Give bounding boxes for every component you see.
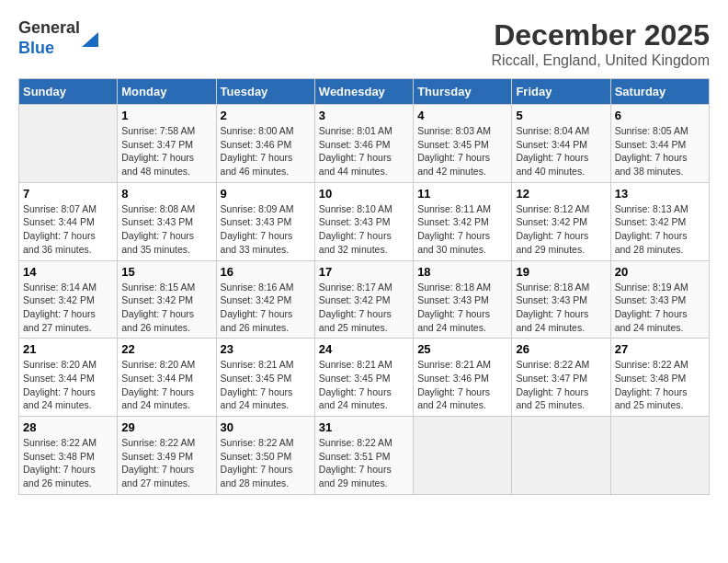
calendar-cell: 13Sunrise: 8:13 AMSunset: 3:42 PMDayligh… — [610, 182, 709, 260]
day-info: Sunrise: 8:11 AMSunset: 3:42 PMDaylight:… — [417, 202, 507, 257]
calendar-cell: 11Sunrise: 8:11 AMSunset: 3:42 PMDayligh… — [414, 182, 512, 260]
calendar-cell: 22Sunrise: 8:20 AMSunset: 3:44 PMDayligh… — [118, 339, 216, 417]
day-number: 19 — [516, 265, 606, 279]
calendar-cell: 9Sunrise: 8:09 AMSunset: 3:43 PMDaylight… — [216, 182, 314, 260]
day-info: Sunrise: 8:12 AMSunset: 3:42 PMDaylight:… — [516, 202, 606, 257]
calendar-cell: 28Sunrise: 8:22 AMSunset: 3:48 PMDayligh… — [19, 417, 118, 495]
day-number: 17 — [319, 265, 409, 279]
calendar-cell: 21Sunrise: 8:20 AMSunset: 3:44 PMDayligh… — [19, 339, 118, 417]
day-info: Sunrise: 8:00 AMSunset: 3:46 PMDaylight:… — [221, 124, 311, 178]
day-number: 15 — [121, 265, 211, 279]
day-number: 29 — [121, 420, 211, 434]
weekday-header: Wednesday — [314, 79, 413, 105]
weekday-header: Friday — [512, 79, 610, 105]
day-info: Sunrise: 8:20 AMSunset: 3:44 PMDaylight:… — [121, 358, 211, 412]
day-info: Sunrise: 8:19 AMSunset: 3:43 PMDaylight:… — [615, 281, 705, 335]
day-number: 18 — [417, 265, 507, 279]
day-number: 11 — [417, 187, 507, 201]
calendar-cell — [19, 105, 118, 183]
calendar-cell: 15Sunrise: 8:15 AMSunset: 3:42 PMDayligh… — [118, 260, 216, 339]
day-number: 28 — [23, 420, 113, 434]
day-number: 8 — [121, 187, 211, 201]
day-number: 16 — [221, 265, 311, 279]
calendar-cell: 7Sunrise: 8:07 AMSunset: 3:44 PMDaylight… — [19, 182, 118, 260]
day-number: 3 — [319, 109, 409, 122]
day-info: Sunrise: 8:22 AMSunset: 3:51 PMDaylight:… — [319, 436, 409, 490]
day-number: 2 — [221, 109, 311, 122]
day-info: Sunrise: 8:08 AMSunset: 3:43 PMDaylight:… — [121, 202, 211, 257]
day-number: 25 — [417, 342, 507, 356]
day-info: Sunrise: 8:22 AMSunset: 3:49 PMDaylight:… — [121, 436, 211, 490]
calendar-week-row: 21Sunrise: 8:20 AMSunset: 3:44 PMDayligh… — [19, 339, 710, 417]
day-info: Sunrise: 8:18 AMSunset: 3:43 PMDaylight:… — [516, 281, 606, 335]
calendar-cell: 14Sunrise: 8:14 AMSunset: 3:42 PMDayligh… — [19, 260, 118, 339]
day-info: Sunrise: 8:03 AMSunset: 3:45 PMDaylight:… — [417, 124, 507, 178]
calendar-cell: 12Sunrise: 8:12 AMSunset: 3:42 PMDayligh… — [512, 182, 610, 260]
calendar-cell: 23Sunrise: 8:21 AMSunset: 3:45 PMDayligh… — [216, 339, 314, 417]
day-info: Sunrise: 8:16 AMSunset: 3:42 PMDaylight:… — [221, 281, 311, 335]
logo-blue: Blue — [18, 39, 54, 57]
day-number: 30 — [221, 420, 311, 434]
calendar-cell: 31Sunrise: 8:22 AMSunset: 3:51 PMDayligh… — [314, 417, 413, 495]
day-number: 9 — [221, 187, 311, 201]
weekday-header: Tuesday — [216, 79, 314, 105]
calendar-cell: 29Sunrise: 8:22 AMSunset: 3:49 PMDayligh… — [118, 417, 216, 495]
calendar-cell: 3Sunrise: 8:01 AMSunset: 3:46 PMDaylight… — [314, 105, 413, 183]
calendar-cell: 24Sunrise: 8:21 AMSunset: 3:45 PMDayligh… — [314, 339, 413, 417]
calendar-cell: 27Sunrise: 8:22 AMSunset: 3:48 PMDayligh… — [610, 339, 709, 417]
day-info: Sunrise: 8:22 AMSunset: 3:50 PMDaylight:… — [221, 436, 311, 490]
calendar-cell: 5Sunrise: 8:04 AMSunset: 3:44 PMDaylight… — [512, 105, 610, 183]
day-info: Sunrise: 8:21 AMSunset: 3:45 PMDaylight:… — [319, 358, 409, 412]
calendar-table: SundayMondayTuesdayWednesdayThursdayFrid… — [18, 78, 710, 495]
day-info: Sunrise: 8:15 AMSunset: 3:42 PMDaylight:… — [121, 281, 211, 335]
day-info: Sunrise: 7:58 AMSunset: 3:47 PMDaylight:… — [121, 124, 211, 178]
calendar-cell: 16Sunrise: 8:16 AMSunset: 3:42 PMDayligh… — [216, 260, 314, 339]
day-info: Sunrise: 8:13 AMSunset: 3:42 PMDaylight:… — [615, 202, 705, 257]
day-number: 23 — [221, 342, 311, 356]
day-info: Sunrise: 8:17 AMSunset: 3:42 PMDaylight:… — [319, 281, 409, 335]
calendar-cell: 8Sunrise: 8:08 AMSunset: 3:43 PMDaylight… — [118, 182, 216, 260]
day-info: Sunrise: 8:22 AMSunset: 3:48 PMDaylight:… — [615, 358, 705, 412]
calendar-cell: 10Sunrise: 8:10 AMSunset: 3:43 PMDayligh… — [314, 182, 413, 260]
calendar-cell: 20Sunrise: 8:19 AMSunset: 3:43 PMDayligh… — [610, 260, 709, 339]
day-number: 13 — [615, 187, 705, 201]
calendar-cell — [610, 417, 709, 495]
day-number: 14 — [23, 265, 113, 279]
location: Riccall, England, United Kingdom — [492, 52, 710, 69]
calendar-cell: 2Sunrise: 8:00 AMSunset: 3:46 PMDaylight… — [216, 105, 314, 183]
calendar-cell — [414, 417, 512, 495]
day-info: Sunrise: 8:22 AMSunset: 3:48 PMDaylight:… — [23, 436, 113, 490]
calendar-header-row: SundayMondayTuesdayWednesdayThursdayFrid… — [19, 79, 710, 105]
weekday-header: Sunday — [19, 79, 118, 105]
weekday-header: Saturday — [610, 79, 709, 105]
calendar-cell: 6Sunrise: 8:05 AMSunset: 3:44 PMDaylight… — [610, 105, 709, 183]
day-info: Sunrise: 8:14 AMSunset: 3:42 PMDaylight:… — [23, 281, 113, 335]
calendar-cell: 19Sunrise: 8:18 AMSunset: 3:43 PMDayligh… — [512, 260, 610, 339]
day-info: Sunrise: 8:05 AMSunset: 3:44 PMDaylight:… — [615, 124, 705, 178]
calendar-cell: 18Sunrise: 8:18 AMSunset: 3:43 PMDayligh… — [414, 260, 512, 339]
day-info: Sunrise: 8:21 AMSunset: 3:46 PMDaylight:… — [417, 358, 507, 412]
day-number: 31 — [319, 420, 409, 434]
day-info: Sunrise: 8:07 AMSunset: 3:44 PMDaylight:… — [23, 202, 113, 257]
day-number: 24 — [319, 342, 409, 356]
day-info: Sunrise: 8:22 AMSunset: 3:47 PMDaylight:… — [516, 358, 606, 412]
day-info: Sunrise: 8:10 AMSunset: 3:43 PMDaylight:… — [319, 202, 409, 257]
day-info: Sunrise: 8:20 AMSunset: 3:44 PMDaylight:… — [23, 358, 113, 412]
weekday-header: Thursday — [414, 79, 512, 105]
day-info: Sunrise: 8:01 AMSunset: 3:46 PMDaylight:… — [319, 124, 409, 178]
calendar-week-row: 7Sunrise: 8:07 AMSunset: 3:44 PMDaylight… — [19, 182, 710, 260]
day-number: 20 — [615, 265, 705, 279]
page-header: General Blue December 2025 Riccall, Engl… — [18, 18, 710, 69]
day-number: 21 — [23, 342, 113, 356]
logo: General Blue — [18, 18, 98, 58]
svg-marker-0 — [82, 32, 98, 47]
calendar-cell: 1Sunrise: 7:58 AMSunset: 3:47 PMDaylight… — [118, 105, 216, 183]
logo-icon — [82, 32, 98, 47]
day-number: 27 — [615, 342, 705, 356]
weekday-header: Monday — [118, 79, 216, 105]
logo-general: General — [18, 18, 80, 37]
calendar-cell: 26Sunrise: 8:22 AMSunset: 3:47 PMDayligh… — [512, 339, 610, 417]
day-number: 22 — [121, 342, 211, 356]
calendar-cell: 4Sunrise: 8:03 AMSunset: 3:45 PMDaylight… — [414, 105, 512, 183]
day-number: 12 — [516, 187, 606, 201]
